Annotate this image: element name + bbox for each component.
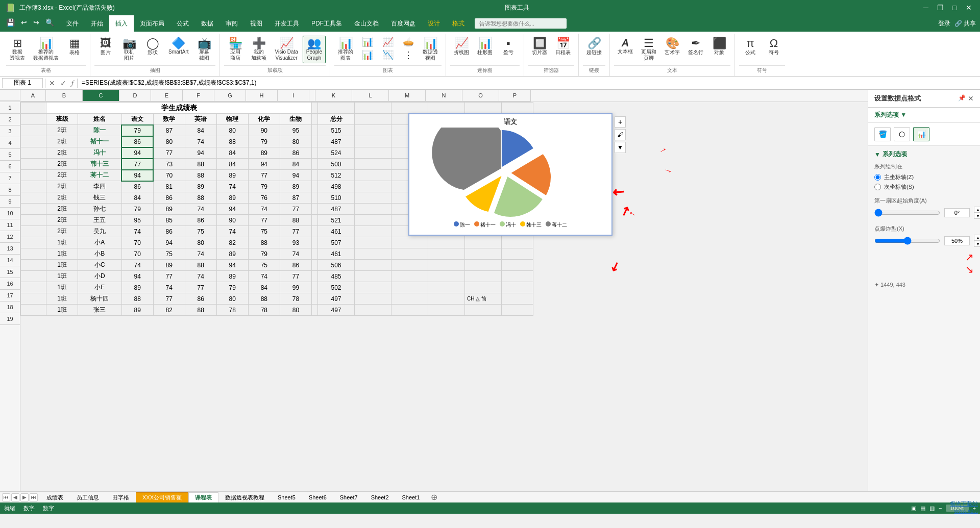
row-header-6[interactable]: 6 bbox=[0, 161, 20, 172]
object-btn[interactable]: ⬛ 对象 bbox=[708, 36, 730, 58]
cell-d9[interactable]: 84 bbox=[121, 192, 153, 204]
cell-k13[interactable]: 507 bbox=[318, 237, 355, 248]
cell-i14[interactable]: 74 bbox=[280, 248, 311, 260]
cell-c16[interactable]: 小D bbox=[78, 271, 122, 282]
cell-a13[interactable] bbox=[21, 237, 46, 248]
cell-i18[interactable]: 78 bbox=[280, 293, 311, 305]
cell-f5[interactable]: 94 bbox=[185, 147, 216, 159]
col-header-l[interactable]: L bbox=[352, 90, 389, 102]
cell-f16[interactable]: 74 bbox=[185, 271, 216, 282]
cell-f17[interactable]: 77 bbox=[185, 282, 216, 293]
cell-a4[interactable] bbox=[21, 136, 46, 147]
row-header-14[interactable]: 14 bbox=[0, 255, 20, 266]
cell-j13[interactable] bbox=[312, 237, 318, 248]
redo-qa-btn[interactable]: ↪ bbox=[31, 17, 41, 28]
row-header-13[interactable]: 13 bbox=[0, 243, 20, 255]
cell-g3[interactable]: 80 bbox=[216, 125, 248, 136]
cell-a12[interactable] bbox=[21, 226, 46, 237]
cell-l2[interactable] bbox=[355, 114, 391, 125]
cell-j18[interactable] bbox=[312, 293, 318, 305]
view-page-btn[interactable]: ▤ bbox=[920, 505, 925, 512]
cell-i12[interactable]: 77 bbox=[280, 226, 311, 237]
tab-prev-btn[interactable]: ◀ bbox=[11, 493, 19, 501]
cell-f6[interactable]: 88 bbox=[185, 159, 216, 170]
cell-j9[interactable] bbox=[312, 192, 318, 204]
cell-h17[interactable]: 84 bbox=[248, 282, 280, 293]
cell-c4[interactable]: 褚十一 bbox=[78, 136, 122, 147]
cell-e17[interactable]: 74 bbox=[153, 282, 185, 293]
main-axis-radio[interactable] bbox=[874, 174, 881, 181]
cell-h10[interactable]: 74 bbox=[248, 204, 280, 215]
cell-e13[interactable]: 94 bbox=[153, 237, 185, 248]
tab-sheet6[interactable]: Sheet6 bbox=[302, 492, 333, 502]
cell-h15[interactable]: 75 bbox=[248, 260, 280, 271]
tab-first-btn[interactable]: ⏮ bbox=[2, 493, 10, 501]
cell-h5[interactable]: 89 bbox=[248, 147, 280, 159]
store-btn[interactable]: 🏪 应用商店 bbox=[224, 36, 247, 63]
cell-k12[interactable]: 461 bbox=[318, 226, 355, 237]
formula-input[interactable] bbox=[80, 79, 978, 88]
cell-k7[interactable]: 512 bbox=[318, 170, 355, 181]
cell-l14[interactable] bbox=[355, 248, 391, 260]
cell-p13[interactable] bbox=[502, 237, 533, 248]
cell-n15[interactable] bbox=[428, 260, 465, 271]
cell-g5[interactable]: 84 bbox=[216, 147, 248, 159]
cell-c9[interactable]: 钱三 bbox=[78, 192, 122, 204]
maximize-button[interactable]: □ bbox=[948, 3, 961, 13]
cell-h14[interactable]: 79 bbox=[248, 248, 280, 260]
cell-j11[interactable] bbox=[312, 215, 318, 226]
cell-l17[interactable] bbox=[355, 282, 391, 293]
sub-axis-option[interactable]: 次坐标轴(S) bbox=[874, 183, 974, 191]
sparkline-pl-btn[interactable]: ▪ 盈亏 bbox=[497, 36, 520, 58]
cell-g7[interactable]: 89 bbox=[216, 170, 248, 181]
cell-e14[interactable]: 75 bbox=[153, 248, 185, 260]
tab-next-btn[interactable]: ▶ bbox=[20, 493, 29, 501]
col-header-n[interactable]: N bbox=[426, 90, 462, 102]
panel-chart-btn[interactable]: 📊 bbox=[913, 127, 929, 141]
cell-c6[interactable]: 韩十三 bbox=[78, 159, 122, 170]
tab-yuangong[interactable]: 员工信息 bbox=[70, 492, 106, 502]
cell-g2[interactable]: 物理 bbox=[216, 114, 248, 125]
row-header-17[interactable]: 17 bbox=[0, 290, 20, 301]
cell-h9[interactable]: 76 bbox=[248, 192, 280, 204]
cell-l15[interactable] bbox=[355, 260, 391, 271]
cell-l13[interactable] bbox=[355, 237, 391, 248]
cell-n17[interactable] bbox=[428, 282, 465, 293]
cell-d16[interactable]: 94 bbox=[121, 271, 153, 282]
cell-l5[interactable] bbox=[355, 147, 391, 159]
smartart-btn[interactable]: 🔷 SmartArt bbox=[165, 36, 192, 57]
cell-f14[interactable]: 74 bbox=[185, 248, 216, 260]
cell-a10[interactable] bbox=[21, 204, 46, 215]
cell-i19[interactable]: 80 bbox=[280, 305, 311, 316]
cell-n13[interactable] bbox=[428, 237, 465, 248]
cell-b13[interactable]: 1班 bbox=[46, 237, 78, 248]
row-header-9[interactable]: 9 bbox=[0, 196, 20, 208]
col-header-a[interactable]: A bbox=[20, 90, 46, 102]
cell-c7[interactable]: 蒋十二 bbox=[78, 170, 122, 181]
cell-p14[interactable] bbox=[502, 248, 533, 260]
chart-filter-btn[interactable]: ▼ bbox=[615, 142, 626, 153]
cell-d7[interactable]: 94 bbox=[121, 170, 153, 181]
cell-o15[interactable] bbox=[465, 260, 502, 271]
cell-b12[interactable]: 2班 bbox=[46, 226, 78, 237]
start-angle-slider[interactable] bbox=[874, 209, 940, 217]
cell-b10[interactable]: 2班 bbox=[46, 204, 78, 215]
cell-c18[interactable]: 杨十四 bbox=[78, 293, 122, 305]
cell-k11[interactable]: 521 bbox=[318, 215, 355, 226]
tab-chengji[interactable]: 成绩表 bbox=[40, 492, 70, 502]
cell-p19[interactable] bbox=[502, 305, 533, 316]
cell-f19[interactable]: 88 bbox=[185, 305, 216, 316]
signature-btn[interactable]: ✒ 签名行 bbox=[684, 36, 707, 58]
cell-i17[interactable]: 99 bbox=[280, 282, 311, 293]
cell-l7[interactable] bbox=[355, 170, 391, 181]
cell-f8[interactable]: 89 bbox=[185, 181, 216, 192]
cell-b15[interactable]: 1班 bbox=[46, 260, 78, 271]
cell-g16[interactable]: 89 bbox=[216, 271, 248, 282]
cell-l19[interactable] bbox=[355, 305, 391, 316]
col-header-m[interactable]: M bbox=[389, 90, 426, 102]
cell-m17[interactable] bbox=[391, 282, 428, 293]
cell-i5[interactable]: 86 bbox=[280, 147, 311, 159]
row-header-12[interactable]: 12 bbox=[0, 231, 20, 243]
cell-i4[interactable]: 80 bbox=[280, 136, 311, 147]
cell-a14[interactable] bbox=[21, 248, 46, 260]
